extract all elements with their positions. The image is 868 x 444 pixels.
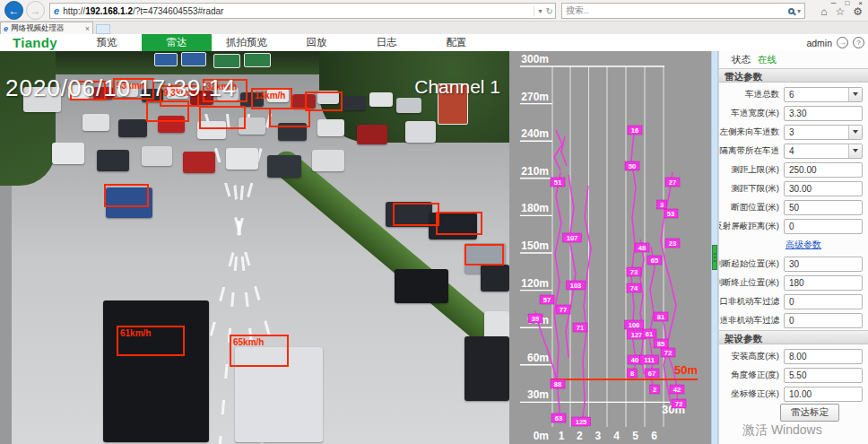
vehicle (312, 150, 344, 171)
vehicle (464, 336, 509, 401)
radar-target-id: 81 (657, 313, 664, 321)
section-rows: 安装高度(米)角度修正(度)坐标修正(米)雷达标定 (719, 344, 868, 422)
panel-field-row: 车道宽度(米) (719, 104, 863, 122)
nav-right: admin → ? (806, 37, 864, 48)
nav-tab-预览[interactable]: 预览 (72, 34, 142, 51)
field-input[interactable] (784, 106, 863, 121)
vehicle (396, 98, 421, 113)
panel-field-row: 隔离带所在车道4 (719, 142, 863, 160)
radar-target-id: 73 (630, 268, 638, 276)
back-button[interactable]: ← (4, 1, 23, 20)
section-header: 架设参数 (719, 330, 868, 344)
advanced-params-link[interactable]: 高级参数 (786, 239, 821, 251)
home-icon[interactable]: ⌂ (820, 5, 827, 18)
back-icon: ← (9, 4, 20, 17)
field-input[interactable] (784, 275, 863, 291)
section-header: 雷达参数 (719, 68, 868, 83)
radar-target-id: 107 (567, 234, 578, 242)
field-input[interactable] (784, 294, 863, 309)
status-row: 状态 在线 (719, 51, 868, 68)
forward-button[interactable]: → (26, 1, 45, 20)
field-input[interactable] (784, 349, 863, 364)
field-input[interactable] (784, 313, 863, 328)
tab-close-icon[interactable]: × (85, 24, 90, 33)
vehicle (369, 92, 393, 107)
radar-target-id: 125 (576, 418, 587, 426)
road-sign (244, 53, 271, 67)
radar-cut-line-label: 50m (674, 363, 698, 377)
logout-icon[interactable]: → (837, 37, 848, 48)
panel-field-row: 左侧来向车道数3 (719, 123, 863, 141)
panel-field-row: 车道总数6 (719, 85, 863, 103)
chevron-down-icon[interactable] (848, 126, 862, 139)
field-select[interactable]: 6 (784, 87, 863, 102)
road-sign (154, 53, 178, 66)
radar-svg: 300m270m240m210m180m150m120m90m60m30m50m… (509, 51, 711, 444)
radar-target-id: 106 (629, 321, 640, 329)
field-input[interactable] (784, 387, 863, 402)
radar-target-id: 85 (657, 340, 664, 348)
favorites-icon[interactable]: ☆ (835, 5, 845, 18)
radar-target-id: 65 (651, 257, 658, 265)
field-select[interactable]: 4 (784, 144, 863, 159)
vehicle (395, 269, 448, 303)
nav-tabs: 预览雷达抓拍预览回放日志配置 (72, 34, 491, 51)
radar-calibration-button[interactable]: 雷达标定 (780, 404, 839, 422)
search-dropdown-icon[interactable]: ▾ (797, 7, 801, 15)
detection-box (305, 91, 343, 111)
vehicle (226, 148, 258, 170)
address-bar[interactable]: e http://192.168.1.2/?t=4734604553#radar… (49, 3, 556, 19)
nav-tab-雷达[interactable]: 雷达 (142, 34, 212, 51)
radar-target-id: 63 (555, 414, 562, 422)
radar-lane-number: 3 (595, 430, 601, 442)
field-input[interactable] (784, 200, 863, 215)
field-label: 断面位置(米) (731, 202, 779, 213)
field-input[interactable] (784, 257, 863, 272)
detection-speed-label: 65km/h (233, 337, 264, 347)
field-input[interactable] (784, 219, 863, 234)
radar-target-id: 27 (669, 178, 676, 187)
search-icon[interactable] (788, 8, 794, 14)
radar-distance-label: 300m (521, 53, 549, 65)
radar-target-id: 48 (638, 244, 646, 252)
radar-distance-label: 240m (521, 127, 549, 140)
new-tab-button[interactable] (96, 24, 110, 34)
field-select[interactable]: 3 (784, 125, 863, 140)
radar-distance-label: 30m (527, 388, 549, 401)
chevron-down-icon[interactable] (848, 88, 862, 101)
vehicle (82, 114, 109, 131)
channel-label: Channel 1 (414, 76, 500, 98)
detection-box (104, 184, 149, 207)
field-label: 车道总数 (745, 89, 779, 100)
detection-speed-label: 61km/h (120, 328, 151, 338)
search-input[interactable]: 搜索.. ▾ (561, 3, 805, 19)
field-label: 判断终止位置(米) (718, 277, 779, 289)
vehicle (317, 119, 344, 136)
chevron-down-icon[interactable] (848, 144, 862, 158)
splitter-handle[interactable] (712, 245, 717, 270)
vehicle (481, 265, 509, 292)
vehicle (267, 155, 301, 178)
help-icon[interactable]: ? (853, 37, 864, 48)
radar-plot: 300m270m240m210m180m150m120m90m60m30m50m… (509, 51, 711, 444)
tab-favicon: e (4, 24, 8, 33)
nav-tab-配置[interactable]: 配置 (421, 34, 491, 51)
radar-lane-number: 1 (559, 430, 565, 442)
browser-tab[interactable]: e 网络视频处理器 × (0, 22, 93, 34)
field-label: 反射屏蔽距离(米) (718, 221, 779, 232)
select-value: 3 (785, 127, 848, 137)
vehicle (52, 143, 84, 164)
url-dropdown-icon[interactable]: ▾ (539, 7, 542, 15)
refresh-icon[interactable]: ↻ (546, 6, 553, 16)
field-input[interactable] (784, 162, 863, 178)
nav-tab-回放[interactable]: 回放 (282, 34, 352, 51)
settings-gear-icon[interactable]: ⚙ (853, 5, 863, 18)
nav-tab-日志[interactable]: 日志 (352, 34, 421, 51)
ie-favicon: e (54, 5, 59, 16)
browser-command-icons: ⌂ ☆ ⚙ (820, 5, 863, 18)
field-input[interactable] (784, 368, 863, 383)
panel-field-row: 测距下限(米) (719, 179, 863, 197)
nav-tab-抓拍预览[interactable]: 抓拍预览 (212, 34, 282, 51)
radar-target-id: 3 (660, 201, 664, 209)
field-input[interactable] (784, 181, 863, 196)
